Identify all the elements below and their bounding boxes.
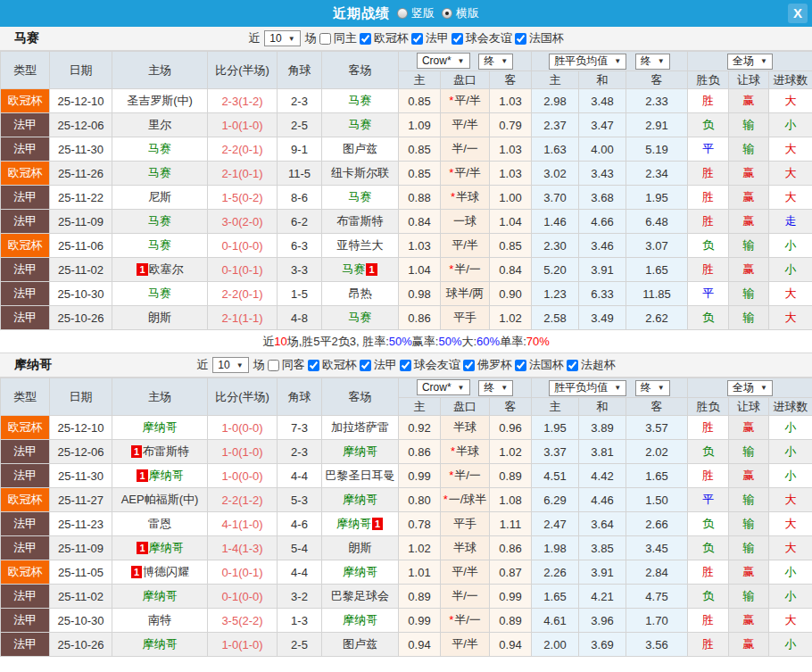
euro-odds-select[interactable]: 胜平负均值▼ <box>549 380 626 396</box>
layout-radio-horizontal[interactable]: 横版 <box>442 5 479 21</box>
result-goals: 小 <box>769 464 812 488</box>
col-type: 类型 <box>1 378 50 416</box>
competition-filter-checkbox[interactable] <box>411 33 423 45</box>
result-goals: 小 <box>769 258 812 282</box>
asia-away-odds: 0.87 <box>490 560 532 585</box>
radio-icon <box>397 8 408 19</box>
asia-time-select[interactable]: 终▼ <box>478 380 513 396</box>
team-label: 朗斯 <box>148 311 171 324</box>
result-handicap: 赢 <box>729 464 769 488</box>
team-label: 摩纳哥 <box>336 517 371 530</box>
result-wdl: 负 <box>688 440 729 464</box>
match-score: 0-1(0-0) <box>208 585 278 609</box>
result-wdl: 胜 <box>688 560 729 585</box>
col-home: 主场 <box>112 52 208 89</box>
bookmaker-select[interactable]: Crow*▼ <box>417 53 470 69</box>
euro-home-odds: 4.61 <box>532 609 579 633</box>
match-date: 25-11-30 <box>50 464 112 488</box>
team-label: 巴黎圣日耳曼 <box>326 469 395 482</box>
competition-type: 法甲 <box>1 210 50 234</box>
scope-select[interactable]: 全场▼ <box>727 380 773 396</box>
corner-score: 3-2 <box>278 585 322 609</box>
corner-score: 5-3 <box>278 488 322 512</box>
match-date: 25-11-23 <box>50 512 112 536</box>
match-score: 4-1(1-0) <box>208 512 278 536</box>
summary-segment: 50% <box>438 335 461 348</box>
competition-filter-checkbox[interactable] <box>463 360 475 371</box>
competition-type: 欧冠杯 <box>1 416 50 440</box>
euro-away-odds: 1.65 <box>626 464 688 488</box>
result-wdl: 负 <box>688 585 729 609</box>
competition-type: 欧冠杯 <box>1 162 50 186</box>
radio-label: 横版 <box>456 5 479 21</box>
col-euro-home: 主 <box>532 71 579 89</box>
same-venue-filter-checkbox[interactable] <box>319 33 331 45</box>
euro-draw-odds: 4.21 <box>579 585 626 609</box>
match-count-select[interactable]: 10▼ <box>264 30 300 46</box>
euro-time-select[interactable]: 终▼ <box>635 54 670 70</box>
competition-type: 法甲 <box>1 464 50 488</box>
euro-away-odds: 2.33 <box>626 89 688 113</box>
euro-home-odds: 2.98 <box>532 89 579 113</box>
euro-home-odds: 3.70 <box>532 186 579 210</box>
bookmaker-select[interactable]: Crow*▼ <box>417 379 470 395</box>
match-count-select-value: 10 <box>218 359 229 371</box>
competition-filter-checkbox[interactable] <box>515 360 526 371</box>
euro-away-odds: 6.48 <box>626 210 688 234</box>
result-goals: 大 <box>769 186 812 210</box>
home-team: 南特 <box>112 609 208 633</box>
competition-type: 欧冠杯 <box>1 488 50 512</box>
competition-filter-checkbox[interactable] <box>360 33 371 45</box>
col-wdl: 胜负 <box>688 71 729 89</box>
asia-handicap: 平/半 <box>441 633 490 657</box>
close-button[interactable]: X <box>788 4 808 23</box>
competition-filter-checkbox[interactable] <box>452 33 463 45</box>
match-score: 2-2(1-2) <box>208 488 278 512</box>
euro-away-odds: 2.66 <box>626 512 688 536</box>
home-team: 圣吉罗斯(中) <box>112 89 208 113</box>
team-label: 马赛 <box>349 94 372 107</box>
euro-home-odds: 1.95 <box>532 416 579 440</box>
scope-select[interactable]: 全场▼ <box>727 54 773 70</box>
title-bar: 近期战绩 竖版 横版 X <box>0 0 812 27</box>
asia-away-odds: 1.08 <box>490 488 532 512</box>
competition-filter-checkbox[interactable] <box>360 360 371 371</box>
team-label: 摩纳哥 <box>143 589 178 602</box>
euro-away-odds: 2.91 <box>626 113 688 137</box>
euro-draw-odds: 3.69 <box>579 633 626 657</box>
match-count-select[interactable]: 10▼ <box>212 357 248 373</box>
euro-time-select[interactable]: 终▼ <box>635 380 670 396</box>
competition-filter-checkbox[interactable] <box>567 360 578 371</box>
euro-away-odds: 3.45 <box>626 536 688 560</box>
competition-type: 法甲 <box>1 186 50 210</box>
same-venue-filter-checkbox[interactable] <box>268 360 279 371</box>
match-row: 欧冠杯25-11-27AEP帕福斯(中)2-2(1-2)5-3摩纳哥0.80*一… <box>1 488 812 512</box>
asia-odds-header: Crow*▼ 终▼ <box>399 52 532 71</box>
match-score: 3-5(2-2) <box>208 609 278 633</box>
match-row: 欧冠杯25-12-10摩纳哥1-0(0-0)7-3加拉塔萨雷0.92半球0.96… <box>1 416 812 440</box>
summary-segment: 50% <box>389 335 412 348</box>
competition-filter-label: 法甲 <box>374 357 397 373</box>
corner-score: 3-3 <box>278 258 322 282</box>
layout-radio-vertical[interactable]: 竖版 <box>397 5 435 21</box>
summary-segment: 60% <box>476 335 500 348</box>
asia-away-odds: 0.99 <box>490 585 532 609</box>
asia-time-select[interactable]: 终▼ <box>478 54 513 70</box>
away-team: 布雷斯特 <box>322 210 399 234</box>
euro-odds-select[interactable]: 胜平负均值▼ <box>549 54 626 70</box>
result-handicap: 输 <box>729 282 769 306</box>
col-asia-handicap: 盘口 <box>441 71 490 89</box>
competition-filter-checkbox[interactable] <box>515 33 526 45</box>
col-corner: 角球 <box>278 378 322 416</box>
match-row: 法甲25-10-30马赛2-2(0-1)1-5昂热0.98球半/两0.901.2… <box>1 282 812 306</box>
col-asia-away: 客 <box>490 71 532 89</box>
team-label: 摩纳哥 <box>143 420 178 434</box>
match-score: 2-2(0-1) <box>208 137 278 162</box>
filter-bar: 近10▼场同客欧冠杯法甲球会友谊佛罗杯法国杯法超杯 <box>196 357 615 373</box>
competition-filter-checkbox[interactable] <box>308 360 319 371</box>
competition-filter-checkbox[interactable] <box>400 360 411 371</box>
asia-handicap: 平/半 <box>441 560 490 585</box>
summary-segment: 70% <box>526 335 550 348</box>
asia-home-odds: 0.86 <box>399 306 441 330</box>
match-row: 欧冠杯25-12-10圣吉罗斯(中)2-3(1-2)2-3马赛0.85*平/半1… <box>1 89 812 113</box>
